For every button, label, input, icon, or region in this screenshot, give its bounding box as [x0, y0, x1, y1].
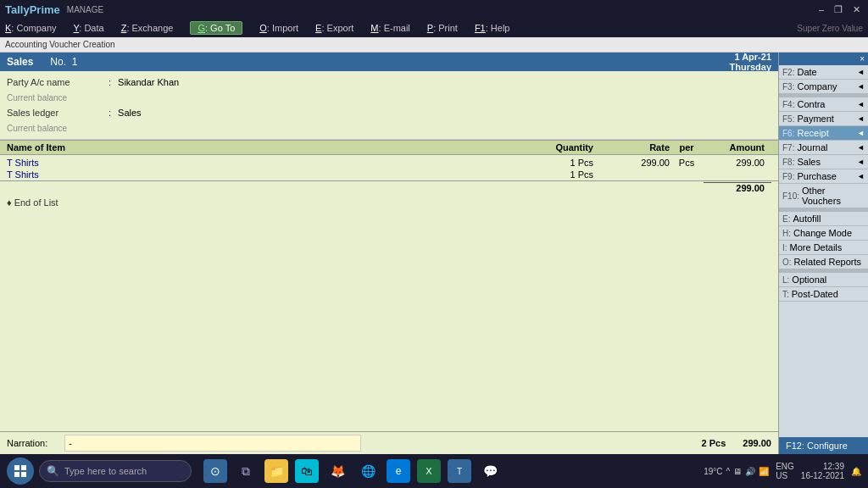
party-balance-label: Current balance: [7, 93, 108, 103]
sales-balance-label: Current balance: [7, 124, 108, 133]
panel-btn-related-reports[interactable]: O: Related Reports: [779, 255, 868, 269]
menu-email[interactable]: M: E-mail: [370, 23, 409, 33]
menu-company[interactable]: K: Company: [5, 23, 57, 33]
party-form-section: Party A/c name : Sikandar Khan Current b…: [0, 71, 778, 140]
row1-amount: 299.00: [704, 158, 771, 168]
browser-firefox-icon[interactable]: 🦊: [326, 459, 349, 483]
temp-label: 19°C: [704, 467, 722, 476]
end-of-list: ♦ End of List: [7, 197, 778, 208]
narration-input[interactable]: [64, 435, 361, 452]
systray: 19°C ^ 🖥 🔊 📶: [704, 467, 769, 476]
minimize-button[interactable]: –: [816, 4, 826, 15]
svg-rect-1: [21, 465, 26, 470]
row1-qty: 1 Pcs: [492, 158, 593, 168]
sales-ledger-label: Sales ledger: [7, 108, 108, 118]
sub-header-label: Accounting Voucher Creation: [5, 40, 115, 49]
title-bar: TallyPrime MANAGE – ❐ ✕: [0, 0, 868, 19]
menu-import[interactable]: O: Import: [259, 23, 298, 33]
panel-btn-change-mode[interactable]: H: Change Mode: [779, 226, 868, 241]
panel-btn-receipt[interactable]: F6: Receipt ◄: [779, 126, 868, 141]
message-icon[interactable]: 💬: [478, 459, 502, 483]
panel-btn-payment[interactable]: F5: Payment ◄: [779, 112, 868, 126]
menu-print[interactable]: P: Print: [427, 23, 458, 33]
taskbar-search[interactable]: 🔍 Type here to search: [39, 460, 192, 482]
menu-help[interactable]: F1: Help: [475, 23, 510, 33]
row2-qty: 1 Pcs: [492, 169, 593, 180]
system-clock[interactable]: 12:39 16-12-2021: [801, 462, 844, 480]
menu-goto[interactable]: G: Go To: [190, 21, 242, 35]
voucher-number[interactable]: 1: [72, 56, 78, 68]
row1-per: Pcs: [670, 158, 704, 168]
no-prefix: No.: [50, 56, 66, 68]
voucher-no-section: No. 1: [50, 56, 77, 68]
voucher-table: Name of Item Quantity Rate per Amount T …: [0, 140, 778, 431]
party-label: Party A/c name: [7, 77, 108, 87]
panel-btn-journal[interactable]: F7: Journal ◄: [779, 141, 868, 155]
language-indicator: ENG US: [776, 462, 794, 480]
taskview-icon[interactable]: ⧉: [234, 459, 258, 483]
panel-btn-other-vouchers[interactable]: F10: Other Vouchers: [779, 184, 868, 208]
taskbar: 🔍 Type here to search ⊙ ⧉ 📁 🛍 🦊 🌐 e X T: [0, 454, 868, 488]
browser-chrome-icon[interactable]: 🌐: [356, 459, 380, 483]
row1-rate: 299.00: [593, 158, 670, 168]
main-layout: Sales No. 1 1 Apr-21 Thursday Party A/c …: [0, 53, 868, 454]
clock-date: 16-12-2021: [801, 471, 844, 480]
close-button[interactable]: ✕: [850, 4, 863, 15]
notification-icon[interactable]: 🔔: [851, 467, 861, 476]
subtotal-qty: [492, 182, 593, 193]
start-button[interactable]: [7, 458, 34, 485]
panel-btn-contra[interactable]: F4: Contra ◄: [779, 97, 868, 112]
table-row[interactable]: T Shirts 1 Pcs: [0, 169, 778, 180]
super-zero-label: Super Zero Value: [797, 24, 863, 33]
col-header-per: per: [670, 142, 704, 152]
tally-icon[interactable]: T: [448, 459, 471, 483]
search-icon: 🔍: [47, 465, 59, 477]
col-header-rate: Rate: [593, 142, 670, 152]
panel-btn-autofill[interactable]: E: Autofill: [779, 212, 868, 226]
panel-btn-purchase[interactable]: F9: Purchase ◄: [779, 169, 868, 184]
panel-btn-optional[interactable]: L: Optional: [779, 273, 868, 287]
f12-configure-bar[interactable]: F12: Configure: [779, 437, 868, 454]
voucher-date[interactable]: 1 Apr-21: [729, 52, 771, 62]
menu-bar: K: Company Y: Data Z: Exchange G: Go To …: [0, 19, 868, 37]
subtotal-spacer: [7, 182, 492, 193]
subtotal-row: 299.00: [0, 180, 778, 194]
file-explorer-icon[interactable]: 📁: [264, 459, 288, 483]
edge-icon[interactable]: e: [387, 459, 410, 483]
total-qty: 2 Pcs: [702, 438, 726, 448]
clock-time: 12:39: [801, 462, 844, 471]
f12-label: F12: Configure: [786, 441, 848, 451]
app-brand: TallyPrime: [5, 3, 60, 16]
panel-btn-sales[interactable]: F8: Sales ◄: [779, 155, 868, 169]
sales-ledger-value[interactable]: Sales: [118, 108, 142, 118]
panel-close[interactable]: ×: [779, 53, 868, 65]
sub-header: Accounting Voucher Creation: [0, 37, 868, 53]
restore-button[interactable]: ❐: [832, 4, 845, 15]
col-header-qty: Quantity: [492, 142, 593, 152]
table-header: Name of Item Quantity Rate per Amount: [0, 140, 778, 155]
content-area: Sales No. 1 1 Apr-21 Thursday Party A/c …: [0, 53, 779, 454]
store-icon[interactable]: 🛍: [295, 459, 319, 483]
party-value[interactable]: Sikandar Khan: [118, 77, 179, 87]
sales-ledger-row: Sales ledger : Sales: [7, 105, 771, 120]
sales-balance-row: Current balance: [7, 120, 771, 136]
excel-icon[interactable]: X: [417, 459, 441, 483]
subtotal-per: [670, 182, 704, 193]
panel-btn-date[interactable]: F2: Date ◄: [779, 65, 868, 80]
panel-btn-company[interactable]: F3: Company ◄: [779, 80, 868, 94]
subtotal-amount: 299.00: [704, 182, 771, 193]
party-balance-row: Current balance: [7, 90, 771, 105]
panel-btn-more-details[interactable]: I: More Details: [779, 241, 868, 255]
taskbar-pinned-apps: ⊙ ⧉ 📁 🛍 🦊 🌐 e X T 💬: [203, 459, 502, 483]
right-panel: × F2: Date ◄ F3: Company ◄ F4: Contra ◄ …: [779, 53, 868, 454]
menu-export[interactable]: E: Export: [315, 23, 353, 33]
row2-item: T Shirts: [7, 169, 492, 180]
cortana-icon[interactable]: ⊙: [203, 459, 227, 483]
narration-bar: Narration: 2 Pcs 299.00: [0, 431, 778, 454]
table-body: T Shirts 1 Pcs 299.00 Pcs 299.00 T Shirt…: [0, 155, 778, 431]
menu-data[interactable]: Y: Data: [74, 23, 104, 33]
voucher-type-label: Sales: [7, 56, 33, 68]
table-row[interactable]: T Shirts 1 Pcs 299.00 Pcs 299.00: [0, 157, 778, 169]
panel-btn-post-dated[interactable]: T: Post-Dated: [779, 287, 868, 302]
menu-exchange[interactable]: Z: Exchange: [121, 23, 174, 33]
